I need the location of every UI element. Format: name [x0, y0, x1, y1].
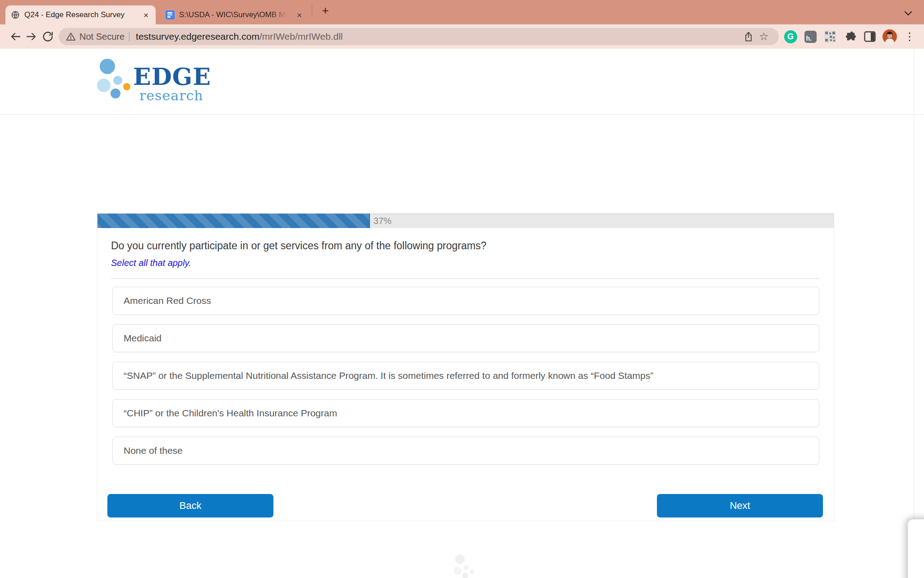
- tab-strip: Q24 - Edge Research Survey × S:\USDA - W…: [0, 0, 924, 24]
- edge-research-logo: EDGE research: [96, 59, 211, 104]
- logo-subtitle: research: [139, 88, 211, 103]
- chevron-down-icon[interactable]: [904, 10, 912, 18]
- survey-page: 37% Do you currently participate in or g…: [0, 115, 924, 578]
- tab-survey[interactable]: Q24 - Edge Research Survey ×: [5, 5, 156, 24]
- document-icon: [166, 10, 175, 19]
- security-label: Not Secure: [79, 32, 125, 42]
- divider: [111, 278, 819, 279]
- omnibox-divider: [129, 32, 129, 42]
- logo-circles-icon: [96, 59, 130, 104]
- site-header: EDGE research: [0, 49, 924, 115]
- browser-toolbar: Not Secure testsurvey.edgeresearch.com/m…: [0, 24, 924, 49]
- close-icon[interactable]: ×: [295, 10, 304, 20]
- avatar[interactable]: [882, 29, 897, 44]
- option-none-of-these[interactable]: None of these: [112, 437, 819, 465]
- logo-watermark-icon: [453, 555, 474, 578]
- logo-title: EDGE: [133, 67, 211, 87]
- extensions-puzzle-icon[interactable]: [843, 29, 857, 44]
- option-american-red-cross[interactable]: American Red Cross: [112, 287, 819, 315]
- extension-cluster: G h. ⋮: [783, 29, 917, 44]
- tab-title: S:\USDA - WIC\Survey\OMB Ma: [179, 10, 291, 19]
- survey-card: 37% Do you currently participate in or g…: [97, 213, 834, 521]
- browser-menu-icon[interactable]: ⋮: [902, 29, 917, 44]
- scrollbar-track[interactable]: [914, 49, 914, 578]
- new-tab-button[interactable]: +: [318, 3, 333, 18]
- option-chip[interactable]: “CHIP” or the Children's Health Insuranc…: [112, 399, 819, 427]
- question-text: Do you currently participate in or get s…: [111, 240, 819, 252]
- share-icon[interactable]: [741, 29, 756, 44]
- reload-icon[interactable]: [40, 28, 56, 45]
- forward-icon[interactable]: [23, 28, 40, 45]
- close-icon[interactable]: ×: [142, 10, 150, 20]
- globe-icon: [11, 10, 20, 19]
- bookmark-star-icon[interactable]: ☆: [756, 29, 772, 44]
- tab-title: Q24 - Edge Research Survey: [24, 10, 137, 19]
- tab-divider: [312, 5, 312, 16]
- warning-icon: [66, 32, 76, 42]
- address-bar[interactable]: Not Secure testsurvey.edgeresearch.com/m…: [59, 28, 779, 45]
- progress-label: 37%: [374, 216, 392, 226]
- progress-bar: 37%: [97, 214, 834, 228]
- h-extension-icon[interactable]: h.: [803, 29, 818, 44]
- option-medicaid[interactable]: Medicaid: [112, 324, 819, 352]
- qr-extension-icon[interactable]: [823, 29, 837, 44]
- grammarly-icon[interactable]: G: [783, 29, 798, 44]
- side-panel-icon[interactable]: [863, 29, 877, 44]
- scrollbar-thumb[interactable]: [908, 519, 924, 578]
- tab-usda-doc[interactable]: S:\USDA - WIC\Survey\OMB Ma ×: [160, 5, 309, 24]
- url-text: testsurvey.edgeresearch.com/mrIWeb/mrIWe…: [136, 31, 343, 42]
- next-button[interactable]: Next: [657, 494, 823, 517]
- option-snap[interactable]: “SNAP” or the Supplemental Nutritional A…: [112, 362, 819, 390]
- progress-fill: [97, 214, 370, 228]
- question-instruction: Select all that apply.: [111, 258, 819, 268]
- back-button[interactable]: Back: [107, 494, 273, 517]
- options-list: American Red Cross Medicaid “SNAP” or th…: [112, 287, 819, 465]
- back-icon[interactable]: [7, 28, 23, 45]
